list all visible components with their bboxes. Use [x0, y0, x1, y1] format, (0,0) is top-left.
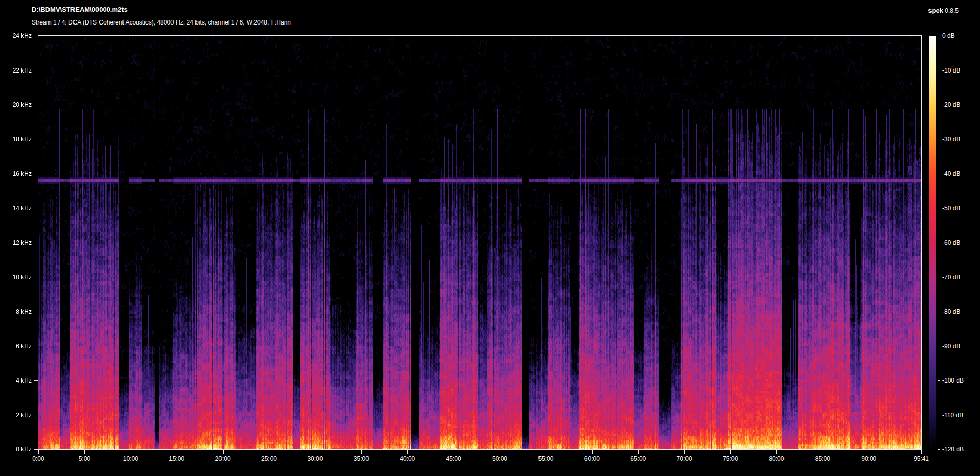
y-axis-tick	[34, 139, 38, 139]
x-axis-tick	[638, 450, 639, 454]
y-axis-tick-label: 24 kHz	[0, 32, 32, 40]
x-axis-tick-label: 30:00	[299, 455, 331, 462]
colorbar-tick	[938, 36, 940, 36]
x-axis-tick-label: 65:00	[622, 455, 654, 462]
app-version: 0.8.5	[945, 7, 959, 14]
x-axis-tick	[177, 450, 177, 454]
colorbar-tick-label: -100 dB	[942, 376, 964, 385]
y-axis-tick-label: 14 kHz	[0, 204, 32, 212]
x-axis-tick	[38, 450, 39, 454]
x-axis-tick-label: 80:00	[760, 455, 793, 462]
y-axis-tick	[34, 415, 38, 415]
colorbar-tick-label: -70 dB	[942, 273, 960, 281]
x-axis-tick	[500, 450, 500, 454]
y-axis-tick	[34, 449, 38, 450]
colorbar-tick-label: -20 dB	[942, 101, 960, 109]
x-axis-tick-label: 5:00	[68, 455, 101, 462]
y-axis-tick-label: 6 kHz	[0, 342, 32, 350]
y-axis-tick	[34, 70, 38, 70]
y-axis-tick	[34, 346, 38, 346]
y-axis-tick	[34, 208, 38, 208]
colorbar-tick	[938, 415, 940, 415]
colorbar-tick	[938, 70, 940, 70]
y-axis-tick	[34, 105, 38, 105]
colorbar-tick-label: -10 dB	[942, 66, 960, 75]
x-axis-tick	[407, 450, 408, 454]
x-axis-tick-label: 90:00	[852, 455, 885, 462]
x-axis-tick-label: 60:00	[576, 455, 608, 462]
x-axis-tick-label: 25:00	[253, 455, 285, 462]
y-axis-tick	[34, 36, 38, 36]
colorbar-tick	[938, 139, 940, 139]
x-axis-tick-label: 45:00	[437, 455, 470, 462]
x-axis-tick-label: 40:00	[391, 455, 424, 462]
colorbar-tick-label: -90 dB	[942, 342, 960, 350]
y-axis-tick-label: 2 kHz	[0, 411, 32, 419]
y-axis-tick-label: 18 kHz	[0, 135, 32, 144]
colorbar-tick-label: -40 dB	[942, 170, 960, 178]
x-axis-tick	[869, 450, 869, 454]
x-axis-tick-label: 75:00	[714, 455, 747, 462]
y-axis-tick	[34, 243, 38, 243]
x-axis-tick	[592, 450, 593, 454]
y-axis-tick	[34, 174, 38, 174]
x-axis-tick	[361, 450, 362, 454]
page-title: D:\BDMV\STREAM\00000.m2ts	[32, 6, 128, 13]
app-brand: spek 0.8.5	[928, 7, 959, 14]
y-axis-tick-label: 8 kHz	[0, 307, 32, 316]
colorbar-tick	[938, 243, 940, 243]
x-axis-tick	[684, 450, 685, 454]
y-axis-tick-label: 12 kHz	[0, 239, 32, 247]
colorbar-tick	[938, 277, 940, 277]
y-axis-tick	[34, 380, 38, 381]
x-axis-tick	[776, 450, 777, 454]
colorbar-tick-label: -60 dB	[942, 239, 960, 247]
y-axis-tick-label: 20 kHz	[0, 101, 32, 109]
colorbar-tick	[938, 105, 940, 105]
colorbar-tick	[938, 380, 940, 381]
colorbar-tick-label: -110 dB	[942, 411, 963, 419]
colorbar-tick	[938, 346, 940, 346]
x-axis-tick-label: 20:00	[207, 455, 239, 462]
x-axis-tick-label: 85:00	[806, 455, 839, 462]
x-axis-tick	[84, 450, 85, 454]
y-axis-tick	[34, 312, 38, 312]
x-axis-tick-label: 70:00	[668, 455, 701, 462]
x-axis-tick-label: 15:00	[160, 455, 193, 462]
y-axis-tick-label: 10 kHz	[0, 273, 32, 281]
y-axis-tick-label: 0 kHz	[0, 445, 32, 454]
x-axis-tick	[315, 450, 315, 454]
colorbar-tick	[938, 312, 940, 312]
x-axis-tick	[223, 450, 224, 454]
x-axis-tick-label: 50:00	[483, 455, 516, 462]
x-axis-tick-label: 95:41	[905, 455, 938, 462]
colorbar-tick-label: -30 dB	[942, 135, 960, 144]
x-axis-tick	[921, 450, 922, 454]
y-axis-tick-label: 22 kHz	[0, 66, 32, 75]
colorbar-tick	[938, 449, 940, 450]
colorbar-tick-label: -50 dB	[942, 204, 960, 212]
x-axis-tick	[730, 450, 731, 454]
y-axis-tick-label: 16 kHz	[0, 170, 32, 178]
app-name: spek	[928, 7, 943, 14]
x-axis-tick	[823, 450, 823, 454]
colorbar-tick-label: 0 dB	[942, 32, 955, 40]
x-axis-tick-label: 35:00	[345, 455, 378, 462]
x-axis-tick	[131, 450, 131, 454]
colorbar-tick	[938, 174, 940, 174]
spectrogram-canvas	[38, 36, 921, 449]
x-axis-tick-label: 55:00	[529, 455, 562, 462]
x-axis-tick-label: 0:00	[22, 455, 55, 462]
x-axis-tick	[269, 450, 270, 454]
x-axis-tick	[546, 450, 546, 454]
y-axis-tick	[34, 277, 38, 277]
y-axis-tick-label: 4 kHz	[0, 376, 32, 385]
colorbar-tick-label: -120 dB	[942, 445, 964, 454]
colorbar-tick	[938, 208, 940, 208]
x-axis-tick	[454, 450, 454, 454]
stream-info: Stream 1 / 4: DCA (DTS Coherent Acoustic…	[32, 19, 291, 26]
x-axis-tick-label: 10:00	[114, 455, 147, 462]
colorbar-tick-label: -80 dB	[942, 307, 960, 316]
colorbar-gradient	[929, 36, 936, 449]
